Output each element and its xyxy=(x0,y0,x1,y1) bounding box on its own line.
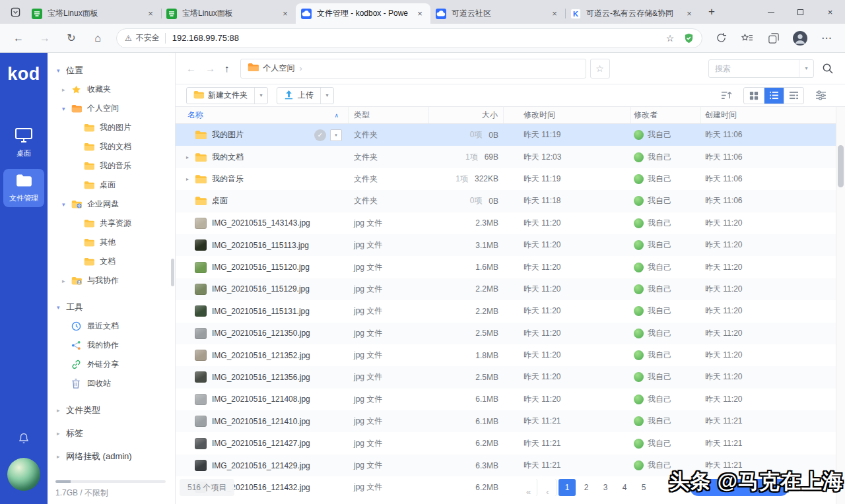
file-row[interactable]: IMG_20210515_143143.jpgjpg 文件2.3MB昨天 11:… xyxy=(176,212,845,234)
nav-item-desktop[interactable]: 桌面 xyxy=(48,175,175,195)
page-button[interactable]: 1 xyxy=(558,479,576,496)
more-menu-icon[interactable]: ⋯ xyxy=(815,28,838,49)
tab-close-icon[interactable]: × xyxy=(415,9,425,19)
search-dropdown-icon[interactable]: ▾ xyxy=(799,60,813,77)
forward-icon[interactable]: → xyxy=(33,28,57,49)
file-row[interactable]: 我的图片✓▾文件夹0项0B昨天 11:19我自己昨天 11:06 xyxy=(176,124,845,146)
column-header-name[interactable]: 名称∧ xyxy=(176,107,349,123)
maximize-button[interactable] xyxy=(786,0,815,24)
nav-item-my-documents[interactable]: 我的文档 xyxy=(48,137,175,156)
tab-close-icon[interactable]: × xyxy=(280,9,290,19)
column-header-type[interactable]: 类型 xyxy=(349,107,429,123)
add-favorite-star-icon[interactable]: ☆ xyxy=(661,29,679,47)
nav-item-documents[interactable]: 文档 xyxy=(48,252,175,271)
nav-item-share-links[interactable]: 外链分享 xyxy=(48,355,175,374)
browser-tab[interactable]: K可道云-私有云存储&协同× xyxy=(565,3,700,24)
collections-icon[interactable] xyxy=(762,28,786,49)
view-list-icon[interactable] xyxy=(764,88,784,104)
chevron-down-icon[interactable]: ▾ xyxy=(62,201,71,208)
file-row[interactable]: IMG_20210516_115120.jpgjpg 文件1.6MB昨天 11:… xyxy=(176,256,845,278)
chevron-down-icon[interactable]: ▾ xyxy=(57,304,66,311)
file-row[interactable]: ▸我的音乐文件夹1项322KB昨天 11:19我自己昨天 11:06 xyxy=(176,168,845,190)
close-button[interactable]: × xyxy=(815,0,845,24)
column-header-mod[interactable]: 修改时间 xyxy=(504,107,631,123)
upload-button[interactable]: 上传 ▾ xyxy=(277,87,334,104)
back-icon[interactable]: ← xyxy=(7,28,30,49)
file-row[interactable]: IMG_20210516_115129.jpgjpg 文件2.2MB昨天 11:… xyxy=(176,278,845,300)
tab-actions-icon[interactable] xyxy=(7,3,24,20)
upload-dropdown-icon[interactable]: ▾ xyxy=(320,88,333,104)
scrollbar-thumb[interactable] xyxy=(838,145,844,187)
nav-item-recycle-bin[interactable]: 回收站 xyxy=(48,374,175,393)
chevron-down-icon[interactable]: ▾ xyxy=(62,106,71,112)
nav-item-network-mount[interactable]: ▸网络挂载 (admin) xyxy=(48,447,175,466)
file-row[interactable]: IMG_20210516_121427.jpgjpg 文件6.2MB昨天 11:… xyxy=(176,432,845,454)
search-icon[interactable] xyxy=(822,63,833,74)
page-button[interactable]: 5 xyxy=(635,479,652,496)
page-prev-icon[interactable]: ‹ xyxy=(539,479,557,496)
rail-item-desktop[interactable]: 桌面 xyxy=(3,123,44,162)
chevron-right-icon[interactable]: ▸ xyxy=(57,407,66,414)
chevron-right-icon[interactable]: ▸ xyxy=(62,86,71,93)
column-header-created[interactable]: 创建时间 xyxy=(701,107,845,123)
page-first-icon[interactable]: « xyxy=(520,479,537,496)
selected-check-icon[interactable]: ✓ xyxy=(314,129,326,141)
browser-tab[interactable]: 文件管理 - kodbox - Powe× xyxy=(296,3,430,24)
row-menu-dropdown-icon[interactable]: ▾ xyxy=(330,129,342,141)
search-input[interactable] xyxy=(709,64,799,73)
file-row[interactable]: ▸我的文档文件夹1项69B昨天 12:03我自己昨天 11:06 xyxy=(176,146,845,168)
address-bar[interactable]: ⚠ 不安全 192.168.99.75:88 ☆ xyxy=(116,28,702,48)
up-level-icon[interactable]: ↑ xyxy=(224,63,230,74)
user-avatar[interactable] xyxy=(7,458,40,491)
tab-close-icon[interactable]: × xyxy=(684,9,694,19)
tab-close-icon[interactable]: × xyxy=(145,9,156,19)
file-row[interactable]: 桌面文件夹0项0B昨天 11:18我自己昨天 11:06 xyxy=(176,190,845,212)
nav-item-shared-resources[interactable]: 共享资源 xyxy=(48,214,175,233)
nav-item-file-types[interactable]: ▸文件类型 xyxy=(48,400,175,420)
page-button[interactable]: 2 xyxy=(578,479,595,496)
column-header-size[interactable]: 大小 xyxy=(429,107,504,123)
browser-tab[interactable]: 宝塔Linux面板× xyxy=(161,3,296,24)
profile-avatar[interactable] xyxy=(788,28,812,49)
tab-close-icon[interactable]: × xyxy=(549,9,560,19)
file-row[interactable]: IMG_20210516_121356.jpgjpg 文件2.5MB昨天 11:… xyxy=(176,366,845,388)
chevron-down-icon[interactable]: ▾ xyxy=(57,67,66,74)
chevron-right-icon[interactable]: ▸ xyxy=(62,278,71,284)
file-row[interactable]: IMG_20210516_121350.jpgjpg 文件2.5MB昨天 11:… xyxy=(176,323,845,344)
adguard-shield-icon[interactable] xyxy=(679,29,698,47)
nav-item-section-tools[interactable]: ▾工具 xyxy=(48,298,175,317)
browser-home-icon[interactable]: ⌂ xyxy=(86,28,110,49)
new-tab-button[interactable]: + xyxy=(702,3,721,21)
refresh-icon[interactable]: ↻ xyxy=(59,28,83,49)
main-scrollbar[interactable] xyxy=(836,107,845,504)
nav-item-section-location[interactable]: ▾位置 xyxy=(48,61,175,80)
sort-order-icon[interactable] xyxy=(721,90,732,100)
nav-item-collaboration[interactable]: ▸与我协作 xyxy=(48,271,175,290)
expand-icon[interactable]: ▸ xyxy=(186,176,195,182)
column-header-user[interactable]: 修改者 xyxy=(631,107,701,123)
file-row[interactable]: IMG_20210516_121410.jpgjpg 文件6.1MB昨天 11:… xyxy=(176,410,845,432)
display-settings-icon[interactable] xyxy=(815,90,827,100)
nav-item-tags[interactable]: ▸标签 xyxy=(48,424,175,443)
file-row[interactable]: IMG_20210516_121408.jpgjpg 文件6.1MB昨天 11:… xyxy=(176,389,845,410)
minimize-button[interactable] xyxy=(756,0,786,24)
history-back-icon[interactable]: ← xyxy=(186,63,196,74)
notifications-bell-icon[interactable] xyxy=(0,433,48,444)
nav-item-personal-space[interactable]: ▾个人空间 xyxy=(48,99,175,118)
new-folder-dropdown-icon[interactable]: ▾ xyxy=(254,88,267,104)
split-screen-icon[interactable] xyxy=(709,28,733,49)
file-row[interactable]: IMG_20210516_115131.jpgjpg 文件2.2MB昨天 11:… xyxy=(176,300,845,322)
breadcrumb-item[interactable]: 个人空间 xyxy=(263,63,295,74)
nav-item-my-pictures[interactable]: 我的图片 xyxy=(48,118,175,137)
file-row[interactable]: IMG_20210516_115113.jpgjpg 文件3.1MB昨天 11:… xyxy=(176,234,845,256)
nav-item-enterprise-disk[interactable]: ▾企业网盘 xyxy=(48,195,175,214)
page-button[interactable]: 3 xyxy=(597,479,614,496)
nav-item-my-music[interactable]: 我的音乐 xyxy=(48,156,175,175)
nav-item-my-collab[interactable]: 我的协作 xyxy=(48,336,175,355)
nav-item-favorites[interactable]: ▸收藏夹 xyxy=(48,80,175,99)
favorite-toggle-button[interactable]: ☆ xyxy=(590,59,610,79)
browser-tab[interactable]: 可道云社区× xyxy=(430,3,565,24)
view-grid-icon[interactable] xyxy=(744,88,764,104)
nav-item-others[interactable]: 其他 xyxy=(48,233,175,252)
chevron-right-icon[interactable]: ▸ xyxy=(57,453,66,460)
